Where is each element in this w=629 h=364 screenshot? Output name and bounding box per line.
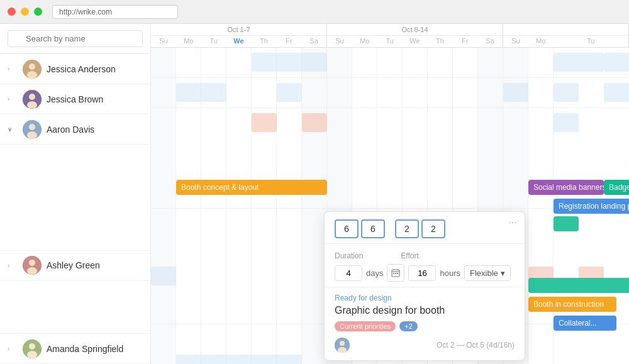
num-box-0: 6 bbox=[335, 219, 359, 238]
task-teal-ashley[interactable] bbox=[528, 278, 629, 293]
task-badges[interactable]: Badges bbox=[604, 180, 629, 195]
cell-highlight bbox=[554, 53, 604, 72]
svg-rect-20 bbox=[395, 273, 396, 274]
day-su2: Su bbox=[327, 36, 352, 47]
week1-label: Oct 1-7 bbox=[151, 24, 326, 36]
tag-current-priorities: Current priorities bbox=[335, 321, 396, 331]
day-fr2: Fr bbox=[452, 36, 477, 47]
cell-highlight bbox=[604, 83, 629, 102]
svg-point-11 bbox=[27, 267, 37, 275]
chevron-icon: › bbox=[8, 262, 18, 269]
day-we: We bbox=[226, 36, 252, 47]
week3-days: Su Mo Tu bbox=[503, 36, 628, 47]
chevron-open-icon: ∨ bbox=[8, 126, 18, 133]
week3-label bbox=[503, 24, 628, 36]
week2-label: Oct 8-14 bbox=[327, 24, 503, 36]
cell-highlight bbox=[176, 83, 226, 102]
popup-date-range: Oct 2 — Oct 5 (4d/16h) bbox=[437, 341, 515, 350]
row-band-jessica-anderson bbox=[151, 48, 629, 78]
svg-point-7 bbox=[29, 124, 35, 130]
task-registration[interactable]: Registration landing page bbox=[554, 199, 629, 214]
day-tu2: Tu bbox=[377, 36, 403, 47]
day-mo: Mo bbox=[176, 36, 201, 47]
search-bar: 🔍 bbox=[0, 24, 150, 54]
url-bar[interactable]: http://wrike.com bbox=[52, 5, 178, 19]
cell-highlight bbox=[176, 355, 302, 364]
duration-unit: days bbox=[366, 268, 383, 278]
popup-avatar bbox=[335, 338, 350, 353]
person-row-jessica-brown[interactable]: › Jessica Brown bbox=[0, 84, 150, 114]
num-box-3: 2 bbox=[421, 219, 445, 238]
calendar-icon[interactable] bbox=[387, 264, 404, 282]
popup-task-info: Ready for design Graphic design for boot… bbox=[325, 287, 525, 360]
avatar-jessica-brown bbox=[23, 90, 42, 109]
week-group-1: Oct 1-7 Su Mo Tu We Th Fr Sa bbox=[151, 24, 327, 47]
task-booth-concept[interactable]: Booth concept & layout bbox=[176, 180, 327, 195]
num-box-1: 6 bbox=[361, 219, 385, 238]
task-booth-construction-label: Booth in construction bbox=[533, 300, 604, 309]
svg-point-14 bbox=[27, 351, 37, 358]
cell-highlight bbox=[252, 113, 277, 132]
day-su: Su bbox=[151, 36, 176, 47]
cell-highlight bbox=[554, 113, 579, 132]
svg-point-10 bbox=[29, 260, 35, 266]
flexible-select[interactable]: Flexible ▾ bbox=[464, 265, 511, 281]
task-booth-construction[interactable]: Booth in construction bbox=[528, 297, 616, 312]
person-row-aaron-davis[interactable]: ∨ Aaron Davis bbox=[0, 114, 150, 145]
svg-point-2 bbox=[27, 71, 37, 79]
popup-assignee bbox=[335, 338, 350, 353]
flexible-label: Flexible bbox=[470, 268, 498, 278]
person-name-amanda-springfield: Amanda Springfield bbox=[47, 344, 123, 354]
person-name-jessica-brown: Jessica Brown bbox=[47, 94, 103, 104]
task-social-media[interactable]: Social media banners bbox=[528, 180, 604, 195]
popup-inputs: days bbox=[335, 264, 515, 282]
week2-days: Su Mo Tu We Th Fr Sa bbox=[327, 36, 503, 47]
day-mo2: Mo bbox=[352, 36, 377, 47]
maximize-button[interactable] bbox=[34, 8, 42, 16]
duration-label: Duration bbox=[335, 251, 363, 260]
duration-input[interactable] bbox=[335, 265, 362, 281]
popup-more-icon[interactable]: ··· bbox=[509, 217, 517, 228]
gantt-header: Oct 1-7 Su Mo Tu We Th Fr Sa Oct 8-14 Su… bbox=[151, 24, 629, 48]
task-green-unnamed[interactable] bbox=[554, 216, 579, 231]
task-collateral[interactable]: Collateral... bbox=[554, 316, 616, 331]
svg-point-8 bbox=[27, 131, 37, 139]
day-mo3: Mo bbox=[528, 36, 554, 47]
flexible-chevron-icon: ▾ bbox=[501, 268, 505, 278]
avatar-ashley-green bbox=[23, 256, 42, 275]
svg-rect-19 bbox=[393, 273, 394, 274]
popup-tags: Current priorities +2 bbox=[335, 321, 515, 331]
search-input[interactable] bbox=[8, 30, 143, 47]
tag-plus-more: +2 bbox=[399, 321, 418, 331]
person-row-jessica-anderson[interactable]: › Jessica Anderson bbox=[0, 54, 150, 84]
svg-point-1 bbox=[29, 63, 35, 70]
day-sa: Sa bbox=[301, 36, 326, 47]
chevron-icon: › bbox=[8, 345, 18, 352]
task-badges-label: Badges bbox=[609, 183, 629, 192]
svg-point-23 bbox=[340, 341, 345, 346]
day-tu: Tu bbox=[201, 36, 226, 47]
sidebar: 🔍 › Jessica Anderson › bbox=[0, 24, 151, 364]
popup-labels: Duration Effort bbox=[335, 251, 515, 260]
cell-highlight bbox=[554, 83, 579, 102]
person-row-amanda-springfield[interactable]: › Amanda Springfield bbox=[0, 334, 150, 364]
svg-point-5 bbox=[27, 101, 37, 109]
day-we2: We bbox=[403, 36, 428, 47]
minimize-button[interactable] bbox=[21, 8, 29, 16]
cell-highlight bbox=[302, 113, 327, 132]
person-row-ashley-green[interactable]: › Ashley Green bbox=[0, 251, 150, 281]
cell-highlight bbox=[151, 267, 176, 285]
cell-highlight bbox=[252, 53, 327, 72]
popup: ··· 6 6 2 2 Duration Effort bbox=[324, 211, 525, 361]
popup-footer: Oct 2 — Oct 5 (4d/16h) bbox=[335, 338, 515, 353]
popup-numbers-row: 6 6 2 2 bbox=[325, 212, 525, 244]
day-su3: Su bbox=[503, 36, 528, 47]
titlebar: http://wrike.com bbox=[0, 0, 629, 24]
popup-dur-eff: Duration Effort days bbox=[325, 244, 525, 287]
popup-task-link[interactable]: Ready for design bbox=[335, 294, 515, 302]
svg-point-4 bbox=[29, 94, 35, 100]
effort-input[interactable] bbox=[408, 265, 436, 281]
close-button[interactable] bbox=[8, 8, 16, 16]
avatar-aaron-davis bbox=[23, 120, 42, 139]
num-box-2: 2 bbox=[395, 219, 419, 238]
